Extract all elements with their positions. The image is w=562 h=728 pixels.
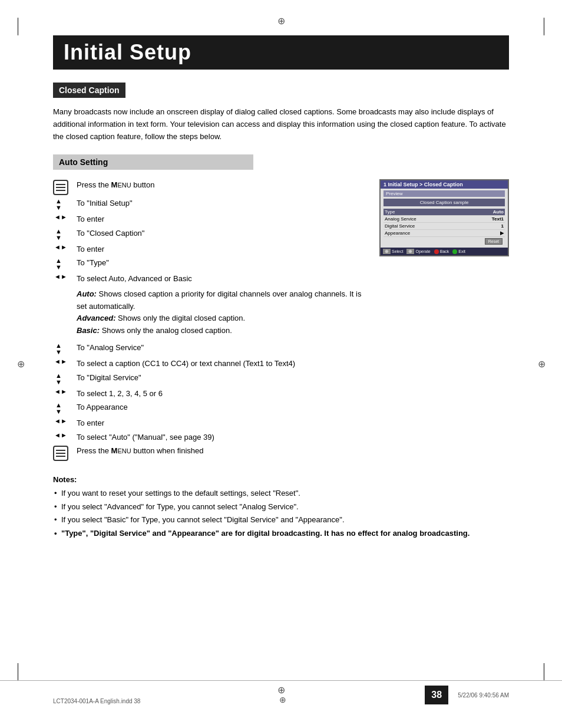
- intro-text: Many broadcasts now include an onscreen …: [53, 106, 509, 143]
- note-4: "Type", "Digital Service" and "Appearanc…: [53, 528, 509, 539]
- section-header-text: Closed Caption: [59, 85, 120, 95]
- page-number: 38: [425, 686, 448, 704]
- corner-mark-tr: [533, 18, 544, 35]
- instruction-row-8: ◄ ► To select a caption (CC1 to CC4) or …: [53, 358, 368, 370]
- tv-reset-btn: Reset: [485, 238, 503, 245]
- tv-body: Preview Closed Caption sample Type Auto …: [381, 189, 508, 248]
- instruction-row-1: ▲ ▼ To "Initial Setup": [53, 197, 368, 211]
- arrow-updown-4: ▲ ▼: [53, 342, 77, 355]
- tv-row-type: Type Auto: [384, 209, 505, 216]
- tv-back-icon: [434, 249, 439, 254]
- tv-screen: 1 Initial Setup > Closed Caption Preview…: [379, 179, 509, 256]
- arrow-leftright-7: ◄ ►: [53, 431, 77, 439]
- instruction-text-1: To "Initial Setup": [77, 197, 368, 209]
- page-footer: LCT2034-001A-A English.indd 38 ⊕ 38 5/22…: [0, 680, 562, 704]
- instruction-text-3: To "Closed Caption": [77, 228, 368, 239]
- instruction-text-8: To select a caption (CC1 to CC4) or text…: [77, 358, 368, 370]
- tv-bottom-back: Back: [434, 249, 449, 254]
- tv-row-digital: Digital Service 1: [384, 223, 505, 230]
- tv-bottom-exit: Exit: [452, 249, 465, 254]
- instruction-row-4: ◄ ► To enter: [53, 243, 368, 255]
- tv-bottom-operate: ⊕ Operate: [406, 249, 430, 254]
- corner-mark-bl: [18, 663, 29, 681]
- instruction-text-menu: Press the MENU button: [77, 179, 368, 191]
- instruction-row-9: ▲ ▼ To "Digital Service": [53, 372, 368, 386]
- instruction-row-5: ▲ ▼ To "Type": [53, 257, 368, 271]
- sub-section-header: Auto Setting: [53, 154, 253, 170]
- tv-select-icon: ⊕: [383, 249, 391, 254]
- crosshair-footer: ⊕: [279, 695, 286, 704]
- instruction-text-6: To select Auto, Advanced or Basic: [77, 273, 368, 285]
- instruction-row-6: ◄ ► To select Auto, Advanced or Basic: [53, 273, 368, 285]
- footer-right: 5/22/06 9:40:56 AM: [458, 692, 509, 699]
- note-1: If you want to reset your settings to th…: [53, 487, 509, 499]
- notes-title: Notes:: [53, 475, 509, 484]
- tv-bottom-bar: ⊕ Select ⊕ Operate Back Exit: [381, 248, 508, 255]
- auto-desc-line1: Auto: Shows closed caption a priority fo…: [77, 288, 368, 313]
- crosshair-left: ⊕: [15, 358, 27, 370]
- instruction-text-11: To Appearance: [77, 401, 368, 413]
- instruction-row-11: ▲ ▼ To Appearance: [53, 401, 368, 415]
- tv-row-digital-value: 1: [501, 223, 504, 229]
- crosshair-right: ⊕: [535, 358, 547, 370]
- auto-text: Shows closed caption a priority for digi…: [77, 289, 361, 311]
- auto-description: Auto: Shows closed caption a priority fo…: [77, 288, 368, 337]
- note-3: If you select "Basic" for Type, you cann…: [53, 514, 509, 526]
- tv-operate-icon: ⊕: [406, 249, 414, 254]
- corner-mark-tl: [18, 18, 29, 35]
- arrow-leftright-6: ◄ ►: [53, 417, 77, 424]
- instruction-row-10: ◄ ► To select 1, 2, 3, 4, 5 or 6: [53, 388, 368, 400]
- tv-select-label: Select: [392, 249, 403, 253]
- tv-bottom-select: ⊕ Select: [383, 249, 403, 254]
- advanced-desc: Advanced: Shows only the digital closed …: [77, 312, 368, 325]
- sub-section-header-text: Auto Setting: [59, 157, 108, 167]
- instruction-text-4: To enter: [77, 243, 368, 255]
- menu-icon-cell-end: [53, 445, 77, 461]
- tv-row-analog-value: Text1: [492, 216, 504, 222]
- tv-preview-label: Preview: [384, 190, 505, 197]
- tv-row-analog-label: Analog Service: [385, 216, 416, 222]
- page-title-box: Initial Setup: [53, 35, 509, 70]
- instruction-text-10: To select 1, 2, 3, 4, 5 or 6: [77, 388, 368, 400]
- instruction-text-5: To "Type": [77, 257, 368, 269]
- tv-row-type-value: Auto: [493, 209, 504, 215]
- instruction-text-menu-end: Press the MENU button when finished: [77, 445, 368, 457]
- tv-reset-row: Reset: [384, 237, 505, 246]
- advanced-label: Advanced:: [77, 314, 115, 322]
- instruction-text-9: To "Digital Service": [77, 372, 368, 384]
- instruction-row-13: ◄ ► To select "Auto" ("Manual", see page…: [53, 431, 368, 443]
- instruction-text-2: To enter: [77, 213, 368, 225]
- page-title: Initial Setup: [64, 40, 191, 64]
- instruction-row-7: ▲ ▼ To "Analog Service": [53, 342, 368, 355]
- tv-row-appearance-arrow: ▶: [500, 230, 504, 236]
- instruction-row-menu: Press the MENU button: [53, 179, 368, 195]
- arrow-leftright-3: ◄ ►: [53, 273, 77, 280]
- instruction-row-menu-end: Press the MENU button when finished: [53, 445, 368, 461]
- tv-title-bar: 1 Initial Setup > Closed Caption: [381, 180, 508, 189]
- corner-mark-br: [533, 663, 544, 681]
- tv-screen-col: 1 Initial Setup > Closed Caption Preview…: [379, 179, 509, 463]
- crosshair-top: ⊕: [275, 15, 287, 27]
- instruction-row-3: ▲ ▼ To "Closed Caption": [53, 228, 368, 241]
- arrow-leftright-4: ◄ ►: [53, 358, 77, 365]
- instructions-col: Press the MENU button ▲ ▼ To "Initial Se…: [53, 179, 368, 463]
- tv-row-appearance: Appearance ▶: [384, 230, 505, 237]
- menu-icon-cell: [53, 179, 77, 195]
- tv-exit-label: Exit: [458, 249, 465, 253]
- tv-back-label: Back: [440, 249, 449, 253]
- arrow-updown-1: ▲ ▼: [53, 197, 77, 211]
- notes-list: If you want to reset your settings to th…: [53, 487, 509, 539]
- page-content: Initial Setup Closed Caption Many broadc…: [53, 35, 509, 539]
- basic-label: Basic:: [77, 326, 100, 335]
- tv-operate-label: Operate: [415, 249, 430, 253]
- instruction-text-7: To "Analog Service": [77, 342, 368, 354]
- advanced-text: Shows only the digital closed caption.: [118, 314, 245, 322]
- arrow-updown-2: ▲ ▼: [53, 228, 77, 241]
- arrow-leftright-1: ◄ ►: [53, 213, 77, 220]
- footer-left: LCT2034-001A-A English.indd 38: [53, 698, 140, 704]
- arrow-leftright-2: ◄ ►: [53, 243, 77, 251]
- instruction-row-2: ◄ ► To enter: [53, 213, 368, 225]
- arrow-updown-3: ▲ ▼: [53, 257, 77, 271]
- arrow-leftright-5: ◄ ►: [53, 388, 77, 395]
- note-2: If you select "Advanced" for Type, you c…: [53, 501, 509, 513]
